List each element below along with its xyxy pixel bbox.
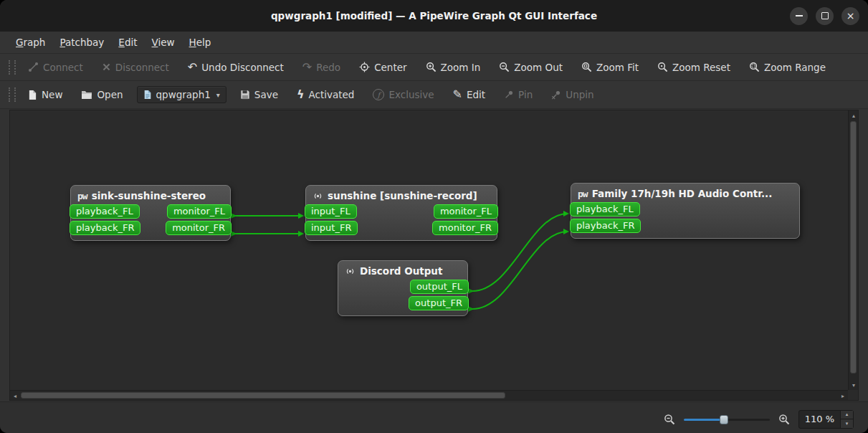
statusbar: 110 % ▴ ▾ [0, 401, 868, 433]
menu-view[interactable]: View [145, 32, 182, 53]
redo-button[interactable]: ↷ Redo [297, 59, 345, 76]
toolbar-drag-handle[interactable] [9, 87, 16, 102]
new-button[interactable]: New [23, 86, 67, 103]
port-playback-fl[interactable]: playback_FL [70, 204, 140, 219]
node-family-hd-audio[interactable]: pw Family 17h/19h HD Audio Contr... play… [571, 183, 800, 239]
undo-disconnect-button[interactable]: ↶ Undo Disconnect [183, 59, 289, 76]
vertical-scrollbar[interactable]: ▴ ▾ [848, 110, 858, 390]
graph-canvas[interactable]: pw sink-sunshine-stereo playback_FL moni… [10, 110, 848, 390]
zoom-slider-fill [684, 419, 723, 421]
new-label: New [42, 89, 62, 100]
save-button[interactable]: Save [235, 86, 283, 103]
vertical-scrollbar-thumb[interactable] [850, 121, 857, 373]
node-header[interactable]: pw sink-sunshine-stereo [71, 186, 230, 204]
zoom-slider[interactable] [684, 414, 770, 425]
connection-arrow [563, 229, 569, 234]
zoom-value[interactable]: 110 % [799, 411, 840, 428]
zoom-reset-label: Zoom Reset [672, 62, 730, 73]
port-playback-fl[interactable]: playback_FL [570, 202, 640, 217]
node-header[interactable]: pw Family 17h/19h HD Audio Contr... [571, 184, 799, 202]
maximize-icon [821, 12, 829, 19]
patchbay-combo[interactable]: qpwgraph1 ▾ [137, 86, 226, 103]
connections-layer [10, 110, 848, 390]
port-playback-fr[interactable]: playback_FR [70, 221, 140, 235]
disconnect-icon [102, 62, 111, 72]
port-input-fr[interactable]: input_FR [305, 221, 358, 235]
scroll-up-icon[interactable]: ▴ [849, 110, 859, 120]
unpin-button[interactable]: Unpin [546, 86, 598, 103]
window-controls: × [790, 0, 859, 32]
port-monitor-fl[interactable]: monitor_FL [434, 204, 498, 219]
zoom-out-button[interactable]: Zoom Out [494, 59, 568, 76]
disconnect-button[interactable]: Disconnect [97, 59, 174, 76]
menu-graph[interactable]: Graph [9, 32, 52, 53]
menu-help[interactable]: Help [182, 32, 219, 53]
toolbar-drag-handle[interactable] [9, 60, 16, 75]
node-header[interactable]: sunshine [sunshine-record] [306, 186, 497, 204]
menu-edit[interactable]: Edit [111, 32, 144, 53]
node-discord-output[interactable]: Discord Output output_FL output_FR [338, 260, 468, 316]
port-monitor-fr[interactable]: monitor_FR [166, 221, 232, 235]
node-header[interactable]: Discord Output [338, 261, 467, 280]
scrollbar-corner [848, 390, 858, 400]
node-ports: input_FL monitor_FL input_FR monitor_FR [306, 204, 497, 240]
scroll-left-icon[interactable]: ◂ [10, 391, 20, 401]
redo-icon: ↷ [302, 62, 312, 73]
port-output-fl[interactable]: output_FL [410, 280, 469, 294]
scroll-right-icon[interactable]: ▸ [838, 391, 848, 401]
close-button[interactable]: × [841, 7, 859, 25]
port-playback-fr[interactable]: playback_FR [570, 219, 641, 233]
edit-button[interactable]: ✎ Edit [448, 86, 491, 103]
connection-output-fr-to-playback-fr[interactable] [472, 232, 568, 309]
app-window: qpwgraph1 [modified] — A PipeWire Graph … [0, 0, 868, 433]
zoom-spinbox[interactable]: 110 % ▴ ▾ [798, 410, 854, 429]
spin-up-button[interactable]: ▴ [841, 411, 853, 419]
exclusive-button[interactable]: ƒ Exclusive [368, 86, 439, 103]
activated-button[interactable]: ϟ Activated [292, 86, 359, 103]
center-button[interactable]: Center [354, 59, 411, 76]
port-monitor-fr[interactable]: monitor_FR [432, 221, 498, 235]
connection-arrow [298, 213, 304, 219]
scroll-down-icon[interactable]: ▾ [849, 380, 859, 390]
combo-value: qpwgraph1 [156, 89, 211, 100]
connection-arrow [298, 231, 304, 237]
speaker-icon [345, 266, 356, 277]
open-button[interactable]: Open [76, 86, 128, 103]
disconnect-label: Disconnect [115, 62, 169, 73]
pin-button[interactable]: Pin [499, 86, 538, 103]
exclusive-icon: ƒ [373, 89, 384, 100]
port-monitor-fl[interactable]: monitor_FL [167, 204, 232, 219]
port-input-fl[interactable]: input_FL [305, 204, 357, 219]
patchbay-file-icon [143, 90, 152, 100]
port-output-fr[interactable]: output_FR [409, 296, 469, 310]
titlebar[interactable]: qpwgraph1 [modified] — A PipeWire Graph … [0, 0, 868, 32]
zoom-in-button[interactable]: Zoom In [421, 59, 486, 76]
node-title: sunshine [sunshine-record] [328, 190, 477, 201]
open-folder-icon [81, 90, 92, 100]
zoom-range-button[interactable]: Zoom Range [744, 59, 831, 76]
horizontal-scrollbar[interactable]: ◂ ▸ [10, 390, 848, 400]
spin-down-button[interactable]: ▾ [841, 419, 853, 428]
zoom-in-icon [426, 62, 437, 72]
minimize-button[interactable] [790, 7, 808, 25]
connection-arrow [468, 306, 474, 312]
menu-patchbay[interactable]: Patchbay [52, 32, 111, 53]
pipewire-icon: pw [77, 191, 87, 201]
zoom-range-label: Zoom Range [764, 62, 826, 73]
exclusive-label: Exclusive [388, 89, 434, 100]
maximize-button[interactable] [816, 7, 834, 25]
node-sink-sunshine-stereo[interactable]: pw sink-sunshine-stereo playback_FL moni… [70, 185, 231, 241]
zoom-reset-button[interactable]: Zoom Reset [652, 59, 735, 76]
connection-arrow [468, 288, 474, 294]
zoom-fit-button[interactable]: Zoom Fit [576, 59, 644, 76]
spin-arrows: ▴ ▾ [840, 411, 853, 428]
horizontal-scrollbar-thumb[interactable] [21, 392, 505, 399]
connect-label: Connect [43, 62, 83, 73]
edit-label: Edit [467, 89, 485, 100]
node-sunshine-record[interactable]: sunshine [sunshine-record] input_FL moni… [305, 185, 497, 241]
connect-button[interactable]: Connect [23, 59, 88, 76]
node-ports: output_FL output_FR [338, 280, 467, 315]
zoom-slider-handle[interactable] [720, 415, 728, 424]
zoom-in-icon[interactable] [778, 414, 790, 425]
zoom-out-icon[interactable] [664, 414, 675, 425]
